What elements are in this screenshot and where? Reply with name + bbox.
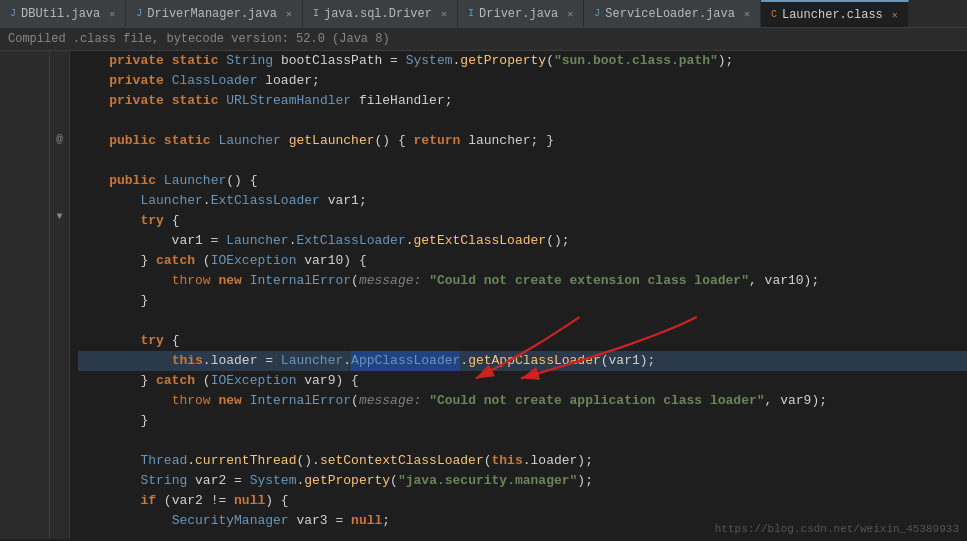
tab-label-driver: Driver.java [479,7,558,21]
code-line-13: } [78,291,967,311]
line-gutter [0,51,50,539]
code-line-18: throw new InternalError(message: "Could … [78,391,967,411]
code-line-12: throw new InternalError(message: "Could … [78,271,967,291]
code-line-15: try { [78,331,967,351]
tab-label-dbutil: DBUtil.java [21,7,100,21]
bookmark-icon: @ [56,129,63,149]
annotation-gutter: @ ▼ [50,51,70,539]
tab-icon-dbutil: J [10,8,16,19]
code-line-5: public static Launcher getLauncher() { r… [78,131,967,151]
code-line-6 [78,151,967,171]
tab-label-launcher: Launcher.class [782,8,883,22]
code-line-17: } catch (IOException var9) { [78,371,967,391]
code-line-1: private static String bootClassPath = Sy… [78,51,967,71]
code-line-7: public Launcher() { [78,171,967,191]
tab-javasqldriver[interactable]: I java.sql.Driver ✕ [303,0,458,27]
code-line-23: if (var2 != null) { [78,491,967,511]
code-line-20 [78,431,967,451]
tab-icon-driver: I [468,8,474,19]
tab-close-serviceloader[interactable]: ✕ [744,8,750,20]
watermark: https://blog.csdn.net/weixin_45389933 [715,523,959,535]
tab-bar: J DBUtil.java ✕ J DriverManager.java ✕ I… [0,0,967,28]
code-line-2: private ClassLoader loader; [78,71,967,91]
code-line-19: } [78,411,967,431]
code-line-11: } catch (IOException var10) { [78,251,967,271]
code-line-4 [78,111,967,131]
tab-serviceloader[interactable]: J ServiceLoader.java ✕ [584,0,761,27]
tab-icon-launcher: C [771,9,777,20]
code-line-9: try { [78,211,967,231]
code-line-16: this.loader = Launcher.AppClassLoader.ge… [78,351,967,371]
code-line-21: Thread.currentThread().setContextClassLo… [78,451,967,471]
code-line-10: var1 = Launcher.ExtClassLoader.getExtCla… [78,231,967,251]
code-line-8: Launcher.ExtClassLoader var1; [78,191,967,211]
fold-icon[interactable]: ▼ [56,207,62,227]
tab-label-javasqldriver: java.sql.Driver [324,7,432,21]
tab-close-driver[interactable]: ✕ [567,8,573,20]
info-bar: Compiled .class file, bytecode version: … [0,28,967,51]
code-line-14 [78,311,967,331]
tab-close-drivermanager[interactable]: ✕ [286,8,292,20]
tab-dbutil[interactable]: J DBUtil.java ✕ [0,0,126,27]
tab-driver[interactable]: I Driver.java ✕ [458,0,584,27]
editor-container: @ ▼ private static String bootClassPath … [0,51,967,539]
tab-icon-serviceloader: J [594,8,600,19]
info-text: Compiled .class file, bytecode version: … [8,32,390,46]
tab-label-serviceloader: ServiceLoader.java [605,7,735,21]
tab-close-dbutil[interactable]: ✕ [109,8,115,20]
tab-close-launcher[interactable]: ✕ [892,9,898,21]
tab-drivermanager[interactable]: J DriverManager.java ✕ [126,0,303,27]
tab-icon-drivermanager: J [136,8,142,19]
tab-launcher[interactable]: C Launcher.class ✕ [761,0,909,27]
code-line-22: String var2 = System.getProperty("java.s… [78,471,967,491]
code-area: private static String bootClassPath = Sy… [70,51,967,539]
tab-close-javasqldriver[interactable]: ✕ [441,8,447,20]
tab-label-drivermanager: DriverManager.java [147,7,277,21]
code-line-3: private static URLStreamHandler fileHand… [78,91,967,111]
tab-icon-javasqldriver: I [313,8,319,19]
